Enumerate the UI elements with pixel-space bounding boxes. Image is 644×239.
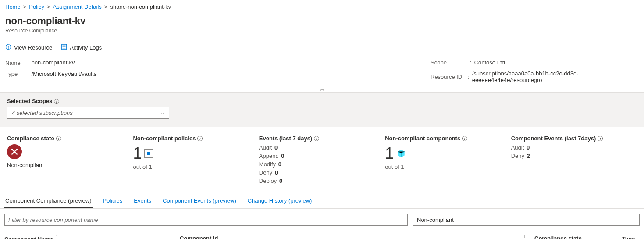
chevron-right-icon: > [47, 4, 50, 10]
cube-icon [5, 44, 11, 51]
selected-scopes-dropdown[interactable]: 4 selected subscriptions ⌄ [7, 107, 169, 119]
info-icon[interactable] [598, 136, 603, 141]
properties: Name : non-compliant-kv Type : /Microsof… [0, 56, 644, 89]
collapse-handle[interactable]: ︽ [0, 86, 644, 92]
stat-events-7d: Events (last 7 days) Audit 0 Append 0 Mo… [259, 135, 385, 186]
breadcrumb-home[interactable]: Home [5, 4, 21, 10]
component-table: Component Name↑↓ Component Id↑↓ Complian… [0, 231, 644, 239]
tab-policies[interactable]: Policies [102, 194, 124, 208]
sort-icon: ↑↓ [56, 235, 58, 239]
events-list: Audit 0 Append 0 Modify 0 Deny 0 Deploy … [259, 144, 385, 184]
selected-scopes-label: Selected Scopes [7, 98, 637, 104]
breadcrumb: Home > Policy > Assignment Details > sha… [0, 0, 644, 14]
page-header: non-compliant-kv Resource Compliance [0, 14, 644, 36]
info-icon[interactable] [197, 136, 203, 141]
selected-scopes-band: Selected Scopes 4 selected subscriptions… [0, 92, 644, 127]
prop-resourceid-value: /subscriptions/aaaa0a0a-bb1b-cc2c-dd3d-e… [472, 70, 639, 83]
breadcrumb-assignment[interactable]: Assignment Details [53, 4, 102, 10]
selected-scopes-value: 4 selected subscriptions [12, 110, 73, 116]
activity-logs-label: Activity Logs [70, 44, 102, 51]
component-events-list: Audit 0 Deny 2 [511, 144, 637, 159]
chevron-right-icon: > [23, 4, 27, 10]
prop-resourceid: Resource ID : /subscriptions/aaaa0a0a-bb… [431, 70, 639, 83]
filter-compliance-state-value: Non-compliant [417, 217, 454, 223]
prop-scope-value: Contoso Ltd. [474, 59, 507, 66]
prop-scope: Scope : Contoso Ltd. [431, 59, 639, 66]
col-type[interactable]: Type [618, 231, 644, 239]
info-icon[interactable] [56, 136, 61, 141]
info-icon[interactable] [54, 99, 59, 104]
info-icon[interactable] [314, 136, 319, 141]
tab-events[interactable]: Events [133, 194, 152, 208]
view-resource-label: View Resource [14, 44, 52, 51]
col-compliance-state[interactable]: Compliance state↑↓ [530, 231, 618, 239]
noncompliant-icon [7, 144, 22, 159]
stat-components-num: 1 [385, 144, 394, 163]
stat-compliance-state: Compliance state Non-compliant [7, 135, 133, 186]
cube-icon [396, 149, 406, 158]
prop-name-label: Name [5, 60, 27, 66]
col-component-id[interactable]: Component Id↑↓ [175, 231, 530, 239]
prop-type-label: Type [5, 71, 27, 77]
list-icon [61, 44, 67, 51]
filter-row: Non-compliant [0, 209, 644, 231]
breadcrumb-current: shane-non-compliant-kv [110, 4, 171, 10]
view-resource-button[interactable]: View Resource [5, 44, 52, 51]
prop-type-value: /Microsoft.KeyVault/vaults [32, 71, 97, 77]
stat-components-sub: out of 1 [385, 164, 511, 170]
stat-policies-num: 1 [133, 144, 142, 163]
filter-compliance-state-dropdown[interactable]: Non-compliant [413, 214, 640, 226]
stat-noncompliant-policies: Non-compliant policies 1 out of 1 [133, 135, 259, 186]
stat-noncompliant-components: Non-compliant components 1 out of 1 [385, 135, 511, 186]
chevron-down-icon: ⌄ [160, 110, 164, 116]
table-header-row: Component Name↑↓ Component Id↑↓ Complian… [0, 231, 644, 239]
prop-name-value[interactable]: non-compliant-kv [32, 59, 75, 66]
toolbar: View Resource Activity Logs [0, 39, 644, 56]
stats-row: Compliance state Non-compliant Non-compl… [0, 127, 644, 194]
stat-component-events-7d: Component Events (last 7days) Audit 0 De… [511, 135, 637, 186]
chevron-right-icon: > [104, 4, 108, 10]
stat-policies-sub: out of 1 [133, 164, 259, 170]
sort-icon: ↑↓ [523, 235, 526, 239]
sort-icon: ↑↓ [611, 235, 613, 239]
info-icon[interactable] [462, 136, 467, 141]
prop-scope-label: Scope [431, 59, 470, 66]
page-title: non-compliant-kv [5, 15, 639, 27]
filter-component-name-input[interactable] [4, 214, 408, 226]
prop-resourceid-label: Resource ID [431, 74, 468, 80]
tabs: Component Compliance (preview) Policies … [0, 194, 644, 209]
col-component-name[interactable]: Component Name↑↓ [0, 231, 175, 239]
prop-name: Name : non-compliant-kv [5, 59, 431, 66]
tab-component-events[interactable]: Component Events (preview) [162, 194, 237, 208]
prop-type: Type : /Microsoft.KeyVault/vaults [5, 71, 431, 77]
tab-component-compliance[interactable]: Component Compliance (preview) [4, 194, 93, 208]
breadcrumb-policy[interactable]: Policy [29, 4, 44, 10]
stat-compliance-value: Non-compliant [7, 162, 133, 168]
tab-change-history[interactable]: Change History (preview) [247, 194, 313, 208]
page-subtitle: Resource Compliance [5, 28, 639, 34]
activity-logs-button[interactable]: Activity Logs [61, 44, 102, 51]
policy-icon [144, 149, 153, 158]
